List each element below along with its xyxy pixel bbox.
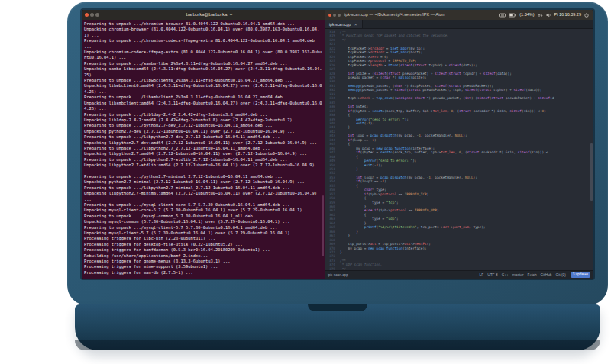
top-panel: barborka@barborka: ~ ipk-scan.cpp — ~/Do… [82,10,593,20]
terminal-output-line: Unpacking libldap-2.4-2:amd64 (2.4.42+df… [84,118,324,123]
terminal-output-line: Unpacking libpython2.7:amd64 (2.7.12-1ub… [84,151,324,156]
terminal-output-line: Processing triggers for libc-bin (2.23-0… [84,236,324,241]
code-editor[interactable]: 3183193203213223233243253263273283293303… [325,29,593,270]
terminal-output: Preparing to unpack .../chromium-browser… [84,21,324,275]
terminal-output-line: Preparing to unpack .../mysql-common_5.7… [84,214,324,219]
terminal-output-line: Unpacking libwbclient0:amd64 (2:4.3.11+d… [84,83,324,95]
terminal-output-line: Preparing to unpack .../libpython2.7_2.7… [84,146,324,151]
terminal-output-line: Unpacking chromium-browser (81.0.4044.12… [84,27,324,38]
status-item[interactable]: Fetch [528,273,537,277]
terminal-output-line: Unpacking python2.7-minimal (2.7.12-1ubu… [84,179,324,185]
battery-percentage[interactable]: (1:34%) [519,10,534,20]
status-item[interactable]: GitHub [541,273,552,277]
line-number: 375 [325,267,335,270]
terminal-output-line: Preparing to unpack .../chromium-codecs-… [84,38,324,50]
keyboard-indicator-icon[interactable] [499,13,506,18]
laptop-screen: barborka@barborka: ~ ipk-scan.cpp — ~/Do… [82,10,593,279]
terminal-output-line: Processing triggers for bamfdaemon (0.5.… [84,247,324,253]
terminal-output-line: Preparing to unpack .../mysql-client-5.7… [84,225,324,230]
close-button[interactable] [85,13,89,17]
terminal-output-line: Unpacking mysql-client-core-5.7 (5.7.30-… [84,208,324,213]
terminal-output-line: Processing triggers for desktop-file-uti… [84,242,324,247]
terminal-output-line: Processing triggers for man-db (2.7.5-1)… [84,270,324,275]
updates-badge[interactable]: 3 updates [571,272,590,278]
terminal-output-line: Unpacking libsmbclient:amd64 (2:4.3.11+d… [84,101,324,112]
terminal-output-line: Unpacking mysql-common (5.7.30-0ubuntu0.… [84,219,324,224]
terminal-window[interactable]: Preparing to unpack .../chromium-browser… [82,20,325,279]
terminal-output-line: Preparing to unpack .../chromium-browser… [84,21,324,27]
terminal-output-line: Preparing to unpack .../libwbclient0_2%3… [84,78,324,83]
terminal-title: barborka@barborka: ~ [97,10,322,20]
code-content: /** * Function sends TCP packet and catc… [337,29,593,270]
atom-window-title: ipk-scan.cpp — ~/Dokumenty/4.semester/IP… [344,10,445,20]
minimize-button[interactable] [90,13,94,17]
clock[interactable]: Pi 16 16:39:29 [554,10,581,20]
battery-icon[interactable] [509,13,516,18]
status-right-items: LFUTF-8C++masterFetchGitHubGit (0) [480,273,566,277]
terminal-output-line: Preparing to unpack .../python2.7-minima… [84,174,324,179]
close-button[interactable] [328,14,331,17]
terminal-output-line: Preparing to unpack .../libpython2.7-std… [84,157,324,163]
laptop-mockup: barborka@barborka: ~ ipk-scan.cpp — ~/Do… [0,0,611,364]
atom-tab-bar: ipk-scan.cpp × [325,20,593,29]
terminal-output-line: Unpacking libpython2.7-dev:amd64 (2.7.12… [84,140,324,146]
terminal-output-line: Preparing to unpack .../samba-libs_2%3a4… [84,61,324,66]
laptop-base [75,304,600,350]
tab-close-icon[interactable]: × [354,22,357,27]
terminal-output-line: Unpacking samba-libs:amd64 (2:4.3.11+dfs… [84,66,324,78]
status-item[interactable]: master [512,273,524,277]
terminal-output-line: Unpacking libpython2.7-stdlib:amd64 (2.7… [84,163,324,174]
terminal-output-line: Preparing to unpack .../libpython2.7-dev… [84,134,324,140]
power-icon[interactable] [584,13,589,18]
terminal-output-line: Processing triggers for mime-support (3.… [84,264,324,269]
status-item[interactable]: Git (0) [555,273,565,277]
terminal-output-line: Preparing to unpack .../libpython2.7-min… [84,185,324,191]
maximize-button[interactable] [338,14,341,17]
terminal-output-line: Preparing to unpack .../python2.7-dev_2.… [84,123,324,128]
atom-window: ipk-scan.cpp × 3183193203213223233243253… [325,20,593,279]
line-number-gutter: 3183193203213223233243253263273283293303… [325,29,337,270]
volume-icon[interactable] [546,13,551,18]
laptop-base-notch [308,304,367,311]
terminal-titlebar: barborka@barborka: ~ [82,10,325,20]
atom-status-bar: ipk-scan.cpp LFUTF-8C++masterFetchGitHub… [325,270,593,279]
status-item[interactable]: UTF-8 [487,273,498,277]
terminal-output-line: Preparing to unpack .../mysql-client-cor… [84,202,324,208]
terminal-output-line: Rebuilding /usr/share/applications/bamf-… [84,253,324,259]
tab-label: ipk-scan.cpp [329,22,351,27]
terminal-output-line: Unpacking chromium-codecs-ffmpeg-extra (… [84,50,324,61]
editor-scrollbar[interactable] [590,143,593,201]
status-file-name[interactable]: ipk-scan.cpp [328,273,348,277]
system-indicators: (1:34%) Pi 16 16:39:29 [499,10,593,20]
terminal-output-line: Unpacking mysql-client-5.7 (5.7.30-0ubun… [84,230,324,236]
terminal-output-line: Unpacking libpython2.7-minimal:amd64 (2.… [84,191,324,202]
status-item[interactable]: LF [480,273,484,277]
terminal-output-line: Unpacking python2.7-dev (2.7.12-1ubuntu0… [84,129,324,134]
terminal-output-line: Processing triggers for gnome-menus (3.1… [84,259,324,264]
laptop-frame: barborka@barborka: ~ ipk-scan.cpp — ~/Do… [67,2,608,305]
atom-titlebar: ipk-scan.cpp — ~/Dokumenty/4.semester/IP… [325,10,593,20]
network-icon[interactable] [538,13,543,18]
terminal-scrollbar[interactable] [322,195,324,256]
terminal-output-line: Preparing to unpack .../libldap-2.4-2_2.… [84,112,324,118]
terminal-output-line: Preparing to unpack .../libsmbclient_2%3… [84,95,324,100]
tab-ipk-scan[interactable]: ipk-scan.cpp × [325,20,363,28]
status-item[interactable]: C++ [502,273,509,277]
minimize-button[interactable] [333,14,336,17]
code-line: */ [340,267,593,270]
atom-window-controls [328,14,341,17]
